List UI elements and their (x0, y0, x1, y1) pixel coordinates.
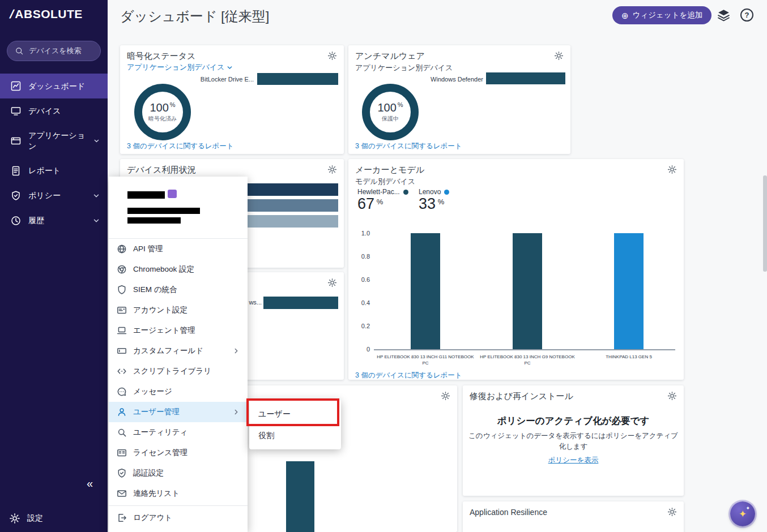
show-policy-link[interactable]: ポリシーを表示 (463, 456, 684, 465)
menu-item-logout[interactable]: ログアウト (109, 508, 248, 528)
sidebar-item-reports[interactable]: レポート (0, 158, 108, 183)
menu-label: アカウント設定 (133, 305, 188, 315)
chromebook-icon (117, 264, 127, 274)
gear-icon[interactable] (667, 507, 677, 517)
bar-label: Windows Defender (394, 76, 483, 83)
menu-label: エージェント管理 (133, 325, 195, 336)
menu-item-account-settings[interactable]: アカウント設定 (109, 300, 248, 320)
sidebar-item-history[interactable]: 履歴 (0, 208, 108, 233)
sidebar-item-settings[interactable]: 設定 (9, 513, 43, 524)
scrollbar[interactable] (763, 175, 767, 272)
devices-by-application-link[interactable]: アプリケーション別デバイス (127, 62, 233, 72)
gear-icon (9, 513, 20, 524)
menu-item-utilities[interactable]: ユーティリティ (109, 422, 248, 443)
siem-icon (117, 285, 127, 295)
legend-item: Lenovo (419, 188, 449, 196)
gear-icon[interactable] (667, 391, 677, 401)
redacted-text (127, 217, 181, 224)
contacts-icon (117, 488, 127, 499)
account-menu-items: API 管理Chromebook 設定SIEM の統合アカウント設定エージェント… (109, 239, 248, 528)
legend-item: Hewlett-Pac... (357, 188, 408, 196)
gear-icon[interactable] (327, 165, 337, 174)
gear-icon[interactable] (554, 51, 564, 61)
report-link[interactable]: 3 個のデバイスに関するレポート (355, 141, 462, 151)
submenu-item-users[interactable]: ユーザー (249, 404, 341, 425)
absolute-logo: /ABSOLUTE (10, 7, 83, 21)
chevron-down-icon (93, 217, 100, 224)
model-bar (411, 233, 440, 349)
menu-item-agent-management[interactable]: エージェント管理 (109, 320, 248, 341)
user-management-submenu: ユーザー役割 (249, 400, 341, 449)
sidebar-item-applications[interactable]: アプリケーション (0, 123, 108, 158)
sidebar-item-dashboard[interactable]: ダッシュボード (0, 74, 108, 98)
nav-label: デバイス (28, 106, 61, 117)
menu-label: スクリプトライブラリ (133, 366, 211, 376)
chevron-right-icon (233, 347, 240, 354)
sidebar-nav: ダッシュボードデバイスアプリケーションレポートポリシー履歴 (0, 74, 108, 233)
menu-item-custom-fields[interactable]: カスタムフィールド (109, 341, 248, 361)
plus-icon: ⊕ (621, 11, 629, 20)
page-title: ダッシュボード [従来型] (120, 7, 269, 25)
menu-label: Chromebook 設定 (133, 264, 194, 274)
menu-item-contact-list[interactable]: 連絡先リスト (109, 483, 248, 504)
redacted-text (127, 208, 200, 214)
widget-encryption-status: 暗号化ステータス アプリケーション別デバイス BitLocker Drive E… (120, 45, 344, 154)
sparkle-icon: ✦ (745, 505, 750, 511)
report-link[interactable]: 3 個のデバイスに関するレポート (355, 371, 462, 380)
widget-title: アンチマルウェア (355, 51, 425, 62)
donut-caption: 暗号化済み (148, 115, 177, 123)
model-bar (614, 233, 644, 349)
menu-item-user-management[interactable]: ユーザー管理 (109, 402, 248, 422)
menu-item-siem-integration[interactable]: SIEM の統合 (109, 280, 248, 300)
menu-item-authentication-settings[interactable]: 認証設定 (109, 463, 248, 483)
policy-required-heading: ポリシーのアクティブ化が必要です (463, 415, 684, 427)
policy-required-body: このウィジェットのデータを表示するにはポリシーをアクティブ化します (468, 431, 679, 453)
model-bar (513, 233, 542, 349)
dashboard-icon (10, 80, 22, 92)
redacted-avatar (168, 190, 177, 198)
user-icon (117, 407, 127, 417)
add-widget-button[interactable]: ⊕ ウィジェットを追加 (612, 6, 711, 24)
search-placeholder: デバイスを検索 (29, 46, 82, 56)
submenu-item-roles[interactable]: 役割 (249, 425, 341, 447)
sidebar: /ABSOLUTE デバイスを検索 ダッシュボードデバイスアプリケーションレポー… (0, 0, 108, 532)
script-icon (117, 366, 127, 376)
model-bar-chart: 1.00.80.60.40.20HP ELITEBOOK 830 13 INCH… (348, 159, 684, 380)
gear-icon[interactable] (327, 278, 337, 288)
device-search-input[interactable]: デバイスを検索 (7, 41, 101, 61)
report-link[interactable]: 3 個のデバイスに関するレポート (127, 141, 234, 151)
widget-title: 暗号化ステータス (127, 51, 195, 62)
defender-bar (486, 72, 565, 84)
applications-icon (10, 135, 22, 147)
nav-label: レポート (28, 165, 61, 176)
layers-icon[interactable] (717, 8, 731, 22)
gear-icon[interactable] (327, 51, 337, 61)
account-menu: API 管理Chromebook 設定SIEM の統合アカウント設定エージェント… (109, 177, 248, 532)
chevron-down-icon (93, 138, 100, 144)
divider (109, 505, 248, 506)
widget-subtitle: アプリケーション別デバイス (355, 63, 453, 73)
menu-label: カスタムフィールド (133, 346, 203, 356)
message-icon (117, 387, 127, 397)
help-icon[interactable]: ? (740, 8, 753, 22)
auth-icon (117, 468, 127, 478)
menu-item-license-management[interactable]: ライセンス管理 (109, 443, 248, 463)
vertical-bar (286, 461, 314, 532)
y-tick: 0.4 (353, 299, 370, 306)
widget-application-resilience: Application Resilience (463, 501, 684, 532)
sidebar-collapse-button[interactable]: « (87, 477, 93, 490)
menu-item-chromebook-settings[interactable]: Chromebook 設定 (109, 259, 248, 280)
menu-item-script-library[interactable]: スクリプトライブラリ (109, 361, 248, 381)
menu-item-messages[interactable]: メッセージ (109, 381, 248, 402)
menu-label: 認証設定 (133, 468, 164, 478)
y-tick: 1.0 (353, 230, 370, 237)
ai-assistant-button[interactable]: ✦ ✦ (730, 501, 755, 526)
sidebar-item-policies[interactable]: ポリシー (0, 183, 108, 208)
menu-label: ライセンス管理 (133, 448, 188, 458)
gear-icon[interactable] (441, 391, 450, 401)
nav-label: ポリシー (28, 190, 61, 201)
redacted-text (127, 191, 165, 199)
menu-item-api-management[interactable]: API 管理 (109, 239, 248, 259)
widget-make-model: メーカーとモデル モデル別デバイス 1.00.80.60.40.20HP ELI… (348, 159, 684, 380)
sidebar-item-devices[interactable]: デバイス (0, 98, 108, 123)
